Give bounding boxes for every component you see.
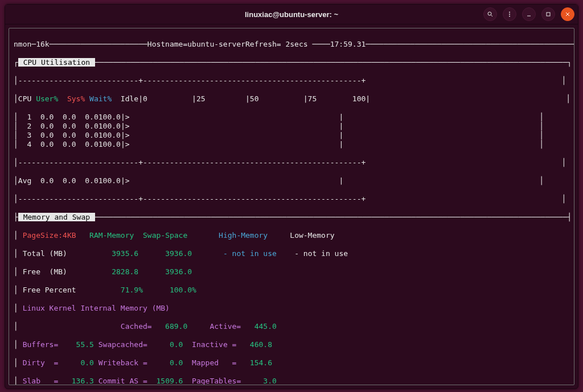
svg-point-2 bbox=[509, 12, 510, 13]
close-button[interactable] bbox=[561, 7, 574, 21]
mem-k2: │ Buffers= 55.5 Swapcached= 0.0 Inactive… bbox=[14, 340, 569, 349]
mem-kernel-hdr: │ Linux Kernel Internal Memory (MB) bbox=[14, 304, 569, 313]
cpu-row: │ 2 0.0 0.0 0.0100.0|> | │ bbox=[14, 122, 569, 131]
terminal-body[interactable]: nmon─16k──────────────────────Hostname=u… bbox=[9, 28, 574, 385]
search-button[interactable] bbox=[483, 7, 497, 21]
mem-total: │ Total (MB) 3935.6 3936.0 - not in use … bbox=[14, 249, 569, 258]
svg-point-3 bbox=[509, 14, 510, 15]
cpu-dashes2: │---------------------------+-----------… bbox=[14, 158, 569, 167]
svg-line-1 bbox=[491, 15, 493, 17]
mem-box-top: ├ Memory and Swap ──────────────────────… bbox=[14, 213, 569, 222]
cpu-dashes3: │---------------------------+-----------… bbox=[14, 195, 569, 204]
kebab-icon bbox=[506, 11, 513, 18]
mem-k3: │ Dirty = 0.0 Writeback = 0.0 Mapped = 1… bbox=[14, 358, 569, 368]
svg-point-0 bbox=[488, 12, 491, 15]
mem-free: │ Free (MB) 2828.8 3936.0 bbox=[14, 267, 569, 277]
header-line: nmon─16k──────────────────────Hostname=u… bbox=[14, 40, 569, 49]
maximize-icon bbox=[545, 11, 552, 18]
svg-rect-6 bbox=[547, 13, 550, 16]
cpu-row: │ 1 0.0 0.0 0.0100.0|> | │ bbox=[14, 113, 569, 122]
cpu-header: │CPU User% Sys% Wait% Idle|0 |25 |50 |75… bbox=[14, 94, 569, 104]
menu-button[interactable] bbox=[503, 7, 516, 21]
cpu-row: │ 3 0.0 0.0 0.0100.0|> | │ bbox=[14, 131, 569, 140]
cpu-avg: │Avg 0.0 0.0 0.0100.0|> | │ bbox=[14, 176, 569, 185]
close-icon bbox=[564, 11, 571, 18]
search-icon bbox=[487, 11, 494, 18]
maximize-button[interactable] bbox=[541, 7, 555, 21]
minimize-icon bbox=[525, 11, 532, 18]
window-controls bbox=[483, 7, 574, 21]
titlebar: linuxiac@ubuntu-server: ~ bbox=[5, 5, 578, 24]
mem-k1: │ Cached= 689.0 Active= 445.0 bbox=[14, 322, 569, 331]
cpu-row: │ 4 0.0 0.0 0.0100.0|> | │ bbox=[14, 140, 569, 149]
svg-point-4 bbox=[509, 16, 510, 17]
cpu-dashes: │---------------------------+-----------… bbox=[14, 76, 569, 85]
terminal-window: linuxiac@ubuntu-server: ~ nmon─16k──────… bbox=[5, 4, 578, 389]
mem-freepct: │ Free Percent 71.9% 100.0% bbox=[14, 286, 569, 295]
cpu-box-top: ┌ CPU Utilisation ──────────────────────… bbox=[14, 58, 569, 67]
minimize-button[interactable] bbox=[522, 7, 536, 21]
mem-hdr: │ PageSize:4KB RAM-Memory Swap-Space Hig… bbox=[14, 231, 569, 240]
mem-k4: │ Slab = 136.3 Commit_AS = 1509.6 PageTa… bbox=[14, 377, 569, 385]
